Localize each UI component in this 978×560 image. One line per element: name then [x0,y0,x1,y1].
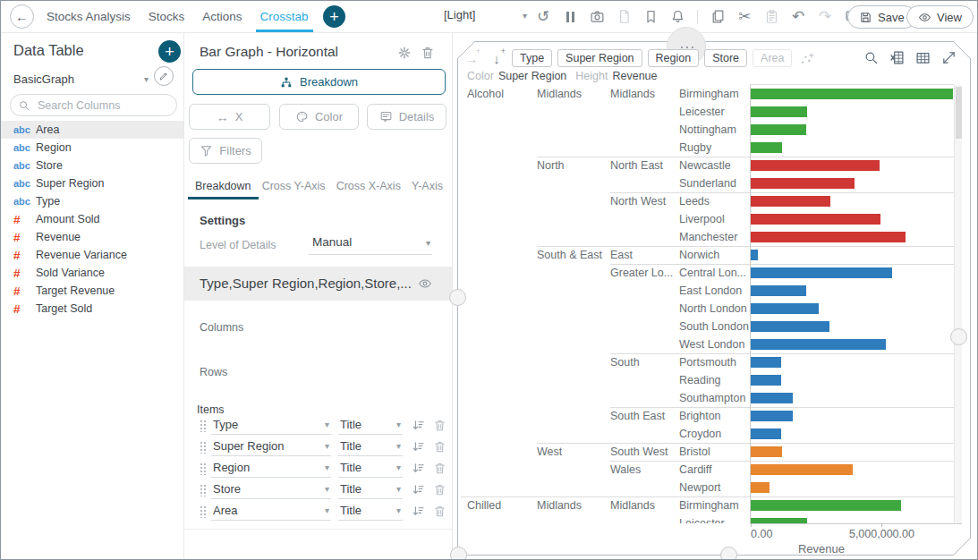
bottom-center-handle[interactable] [720,547,737,560]
field-target-revenue[interactable]: #Target Revenue [1,282,183,300]
breakdown-pill-store[interactable]: Store [704,49,747,67]
sort-button[interactable] [412,419,425,432]
bar-birmingham[interactable] [751,500,901,511]
breakdown-pill-area[interactable]: Area [753,49,792,67]
bar-cardiff[interactable] [751,464,853,475]
field-area[interactable]: abcArea [1,121,183,139]
item-display-select[interactable]: Title▾ [338,479,403,499]
bar-southampton[interactable] [751,393,793,403]
item-column-select[interactable]: Type▾ [211,415,331,435]
bar-nottingham[interactable] [751,124,806,135]
breakdown-summary-row[interactable]: Type,Super Region,Region,Store,... [184,267,452,301]
chart-vertical-scrollbar[interactable] [954,85,962,523]
item-display-select[interactable]: Title▾ [338,458,403,478]
sort-button[interactable] [412,505,425,518]
bottom-left-handle[interactable] [450,547,467,560]
add-data-table-button[interactable]: + [158,40,181,63]
drag-handle-icon[interactable] [200,462,206,475]
x-axis-button[interactable]: ↔ X [189,104,270,130]
drag-handle-icon[interactable] [200,483,206,496]
item-column-select[interactable]: Store▾ [211,479,331,499]
delete-item-button[interactable] [433,462,446,475]
level-of-details-select[interactable]: Manual ▾ [309,233,432,255]
bar-manchester[interactable] [751,232,906,242]
sort-button[interactable] [412,462,425,475]
tab-actions[interactable]: Actions [198,1,246,32]
field-revenue[interactable]: #Revenue [1,228,183,246]
undo-button[interactable]: ↶ [789,7,807,27]
field-sold-variance[interactable]: #Sold Variance [1,264,183,282]
bar-brighton[interactable] [751,411,793,421]
tab-stocks-analysis[interactable]: Stocks Analysis [42,1,135,32]
add-dashboard-button[interactable]: + [323,5,345,28]
item-display-select[interactable]: Title▾ [338,501,403,521]
camera-button[interactable] [588,7,606,27]
scatter-add-button[interactable] [797,48,817,68]
bar-norwich[interactable] [751,250,758,260]
refresh-button[interactable]: ↺ [534,7,552,27]
bar-bristol[interactable] [751,446,782,457]
bell-button[interactable] [668,7,686,27]
field-revenue-variance[interactable]: #Revenue Variance [1,246,183,264]
view-button[interactable]: View [906,5,974,29]
drag-handle-icon[interactable] [200,419,206,432]
filters-button[interactable]: Filters [189,138,262,164]
bar-portsmouth[interactable] [751,357,781,368]
item-display-select[interactable]: Title▾ [338,437,403,456]
color-button[interactable]: Color [279,104,359,130]
details-button[interactable]: Details [367,104,446,130]
bar-south-london[interactable] [751,321,829,332]
drag-handle-icon[interactable] [200,440,206,454]
bar-reading[interactable] [751,375,781,386]
bar-croydon[interactable] [751,428,781,439]
delete-item-button[interactable] [433,440,446,454]
delete-item-button[interactable] [433,419,446,432]
field-super-region[interactable]: abcSuper Region [1,174,183,192]
delete-item-button[interactable] [433,505,446,518]
tab-stocks[interactable]: Stocks [144,1,190,32]
breakdown-pill-region[interactable]: Region [648,49,700,67]
bar-leicester[interactable] [751,106,807,117]
back-button[interactable]: ← [10,4,34,29]
breakdown-pill-type[interactable]: Type [512,49,552,67]
tab-cross-y-axis[interactable]: Cross Y-Axis [260,173,327,199]
bar-east-london[interactable] [751,285,806,296]
chart-excel-button[interactable] [889,49,906,65]
breakdown-pill-super-region[interactable]: Super Region [557,49,642,67]
visual-settings-button[interactable] [397,46,412,60]
data-table-selector[interactable]: BasicGraph ▾ [13,72,152,86]
left-resize-handle[interactable] [449,289,466,306]
drag-handle-icon[interactable] [200,505,206,518]
field-amount-sold[interactable]: #Amount Sold [1,210,183,228]
sort-button[interactable] [412,440,425,454]
chart-expand-button[interactable] [941,49,957,65]
scrollbar-thumb[interactable] [956,87,962,139]
item-column-select[interactable]: Region▾ [211,458,331,478]
bar-north-london[interactable] [751,303,819,314]
tab-y-axis[interactable]: Y-Axis [410,173,445,199]
bar-newcastle[interactable] [751,160,880,171]
chart-table-button[interactable] [915,49,931,65]
field-target-sold[interactable]: #Target Sold [1,300,183,318]
bar-birmingham[interactable] [751,89,953,99]
bar-sunderland[interactable] [751,178,855,189]
bookmark-button[interactable] [642,7,659,27]
eye-icon[interactable] [418,276,432,291]
scrollbar-handle[interactable] [950,328,967,345]
field-region[interactable]: abcRegion [1,139,183,157]
chart-search-button[interactable] [863,49,880,65]
scissors-button[interactable]: ✂ [736,7,753,27]
add-column-pivot-button[interactable]: →+ [462,48,481,68]
add-row-pivot-button[interactable]: ↓+ [487,48,506,68]
field-store[interactable]: abcStore [1,157,183,174]
copy-button[interactable] [709,7,727,27]
bar-leeds[interactable] [751,196,830,207]
item-display-select[interactable]: Title▾ [338,415,403,435]
pause-button[interactable] [561,7,579,27]
tab-breakdown[interactable]: Breakdown [193,173,253,199]
bar-central-lon[interactable] [751,267,892,278]
bar-newport[interactable] [751,482,770,493]
edit-data-table-button[interactable] [154,66,174,86]
visual-delete-button[interactable] [421,46,435,60]
item-column-select[interactable]: Area▾ [211,501,331,521]
